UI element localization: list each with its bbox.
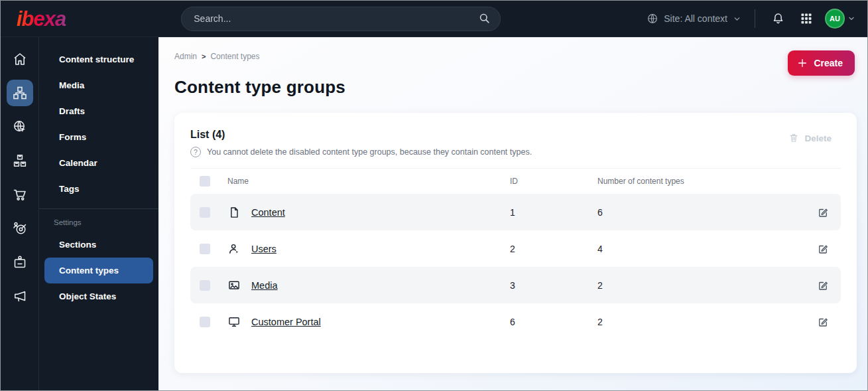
group-link-media[interactable]: Media xyxy=(251,280,278,291)
select-all-checkbox[interactable] xyxy=(200,176,210,187)
group-link-customer-portal[interactable]: Customer Portal xyxy=(251,317,321,327)
breadcrumb-separator: > xyxy=(202,52,206,60)
app-window: ibexa Site: All context xyxy=(0,0,868,391)
delete-button-label: Delete xyxy=(804,133,832,143)
rail-item-commerce[interactable] xyxy=(7,181,33,208)
trash-icon xyxy=(788,133,799,143)
sidebar-item-sections[interactable]: Sections xyxy=(44,232,153,258)
sidebar-item-tags[interactable]: Tags xyxy=(44,176,153,202)
edit-icon xyxy=(817,316,829,328)
sitemap-icon xyxy=(12,85,28,101)
edit-button[interactable] xyxy=(814,204,832,221)
row-checkbox[interactable] xyxy=(200,280,210,291)
target-audience-icon xyxy=(12,220,28,236)
row-checkbox[interactable] xyxy=(200,207,210,218)
group-id: 1 xyxy=(510,207,597,218)
row-checkbox[interactable] xyxy=(200,244,210,254)
edit-button[interactable] xyxy=(814,313,832,331)
column-header-id: ID xyxy=(510,177,597,186)
cart-icon xyxy=(12,187,28,202)
megaphone-icon xyxy=(12,288,28,304)
breadcrumb: Admin > Content types xyxy=(174,52,857,61)
list-info: ? You cannot delete the disabled content… xyxy=(190,147,532,157)
rail-item-site[interactable] xyxy=(7,114,33,140)
topbar-divider xyxy=(755,9,755,28)
help-icon: ? xyxy=(190,147,201,157)
delete-button[interactable]: Delete xyxy=(788,133,832,143)
column-header-count: Number of content types xyxy=(597,177,808,186)
settings-section-label: Settings xyxy=(39,214,158,232)
group-id: 6 xyxy=(510,317,597,327)
table-row: Users 2 4 xyxy=(190,230,841,267)
create-button[interactable]: Create xyxy=(788,50,855,76)
group-count: 2 xyxy=(597,280,808,291)
globe-pointer-icon xyxy=(12,119,28,135)
icon-rail xyxy=(1,37,39,390)
sidebar-item-object-states[interactable]: Object States xyxy=(44,283,153,309)
rail-item-content[interactable] xyxy=(7,80,33,106)
column-header-name: Name xyxy=(227,177,510,186)
grid-icon xyxy=(800,12,813,25)
rail-item-admin[interactable] xyxy=(7,249,33,275)
group-link-content[interactable]: Content xyxy=(251,207,285,218)
user-icon xyxy=(227,242,241,256)
search-icon[interactable] xyxy=(478,12,491,25)
sidebar-item-drafts[interactable]: Drafts xyxy=(44,98,153,124)
edit-icon xyxy=(817,279,829,291)
group-id: 3 xyxy=(510,280,597,291)
group-id: 2 xyxy=(510,244,597,254)
sidebar-item-calendar[interactable]: Calendar xyxy=(44,150,153,176)
row-checkbox[interactable] xyxy=(200,317,210,327)
page-title: Content type groups xyxy=(174,77,857,98)
create-button-label: Create xyxy=(814,58,843,68)
top-bar: ibexa Site: All context xyxy=(1,1,867,37)
sidebar-menu: Content structure Media Drafts Forms Cal… xyxy=(39,37,158,390)
site-context-selector[interactable]: Site: All context xyxy=(647,13,741,25)
image-icon xyxy=(227,279,241,292)
admin-badge-icon xyxy=(12,254,28,270)
sidebar-item-media[interactable]: Media xyxy=(44,72,153,98)
ibexa-logo[interactable]: ibexa xyxy=(17,9,68,29)
edit-icon xyxy=(817,206,829,218)
notifications-button[interactable] xyxy=(769,9,788,29)
rail-item-marketing[interactable] xyxy=(7,283,33,309)
chevron-down-icon xyxy=(733,15,741,23)
table-row: Customer Portal 6 2 xyxy=(190,303,841,340)
user-menu[interactable]: AU xyxy=(825,9,855,29)
rail-item-dashboard[interactable] xyxy=(7,46,33,72)
edit-button[interactable] xyxy=(814,240,832,258)
product-catalog-icon xyxy=(12,153,28,169)
main-content: Admin > Content types Create Content typ… xyxy=(158,37,867,390)
content-type-groups-card: List (4) ? You cannot delete the disable… xyxy=(174,113,857,373)
monitor-icon xyxy=(227,315,241,329)
globe-icon xyxy=(647,13,658,25)
bell-icon xyxy=(771,12,785,26)
card-head-left: List (4) ? You cannot delete the disable… xyxy=(190,129,532,157)
global-search xyxy=(181,7,501,31)
sidebar-item-forms[interactable]: Forms xyxy=(44,124,153,150)
list-title: List (4) xyxy=(190,129,532,141)
site-context-label: Site: All context xyxy=(664,13,727,24)
app-switcher-button[interactable] xyxy=(797,9,816,28)
edit-button[interactable] xyxy=(814,277,832,294)
plus-icon xyxy=(797,58,808,68)
table-row: Media 3 2 xyxy=(190,267,841,303)
sidebar-item-content-structure[interactable]: Content structure xyxy=(44,46,153,72)
search-input[interactable] xyxy=(181,7,501,31)
content-type-groups-table: Name ID Number of content types xyxy=(190,168,841,340)
chevron-down-icon xyxy=(847,15,855,23)
rail-item-product-catalog[interactable] xyxy=(7,147,33,174)
rail-item-personalization[interactable] xyxy=(7,215,33,242)
group-link-users[interactable]: Users xyxy=(251,244,277,254)
avatar[interactable]: AU xyxy=(825,9,845,29)
file-icon xyxy=(227,206,241,219)
breadcrumb-admin[interactable]: Admin xyxy=(174,52,197,61)
topbar-right-cluster: Site: All context AU xyxy=(647,9,855,29)
list-info-text: You cannot delete the disabled content t… xyxy=(207,147,532,157)
home-icon xyxy=(12,51,28,67)
group-count: 2 xyxy=(597,317,808,327)
breadcrumb-content-types: Content types xyxy=(210,52,259,61)
group-count: 4 xyxy=(597,244,808,254)
menu-divider xyxy=(39,208,158,209)
sidebar-item-content-types[interactable]: Content types xyxy=(44,258,153,283)
